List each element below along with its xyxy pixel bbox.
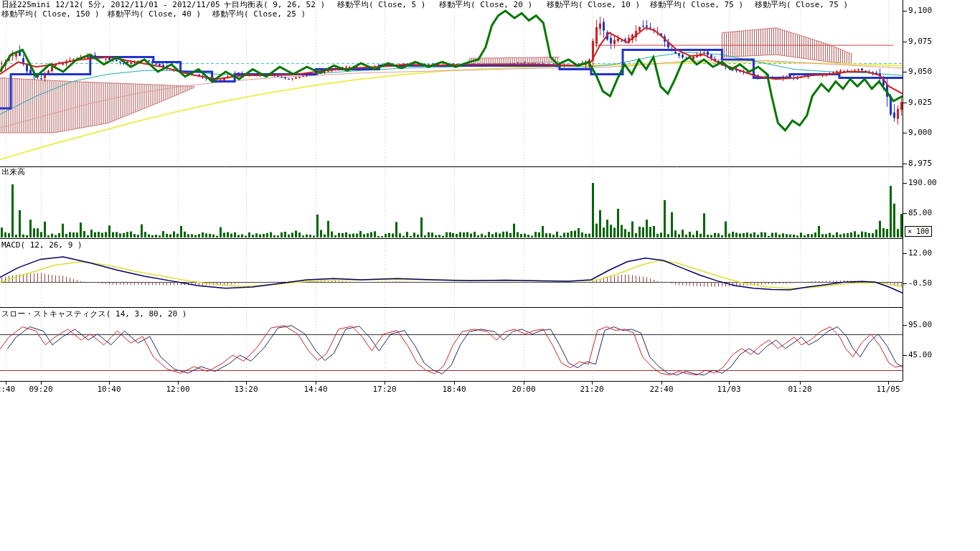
y-axis-label-macd: -0.50 xyxy=(908,279,932,288)
x-axis-label: 17:20 xyxy=(372,385,396,394)
x-axis-label: 09:20 xyxy=(29,385,52,394)
y-axis-label-price: 9,050 xyxy=(908,67,932,76)
header-indicator-label: 日経225mini 12/12( 5分, 2012/11/01 - 2012/1… xyxy=(1,1,230,9)
y-axis-label-volume: 190.00 xyxy=(908,179,937,187)
header-indicator-label: 移動平均( Close, 75 ) xyxy=(650,1,743,9)
y-axis-label-price: 9,075 xyxy=(908,37,932,46)
x-axis-label: 21:20 xyxy=(580,385,603,394)
header-indicator-label: 移動平均( Close, 25 ) xyxy=(212,10,306,19)
x-axis-label: 11/05 xyxy=(876,385,900,394)
x-axis-label: 10:40 xyxy=(97,385,121,394)
chart-app: 日経225mini 12/12( 5分, 2012/11/01 - 2012/1… xyxy=(0,0,980,551)
x-axis-label: 2:40 xyxy=(0,385,15,394)
y-axis-label-price: 9,000 xyxy=(908,128,932,137)
x-axis-label: 22:40 xyxy=(649,385,673,394)
header-indicator-label: 移動平均( Close, 20 ) xyxy=(439,1,532,9)
y-axis-label-stoch: 45.00 xyxy=(908,351,932,359)
price-chart-canvas[interactable] xyxy=(0,0,980,402)
header-indicator-label: 移動平均( Close, 75 ) xyxy=(755,1,848,9)
y-axis-label-volume: 85.00 xyxy=(908,209,932,217)
y-axis-label-macd: 12.00 xyxy=(908,249,932,258)
x-axis-label: 13:20 xyxy=(234,385,258,394)
volume-scale-badge: × 100 xyxy=(905,226,932,237)
header-indicator-label: 一目均衡表( 9, 26, 52 ) xyxy=(224,1,325,9)
x-axis-label: 18:40 xyxy=(442,385,466,394)
y-axis-label-stoch: 95.00 xyxy=(908,321,932,329)
header-indicator-label: 移動平均( Close, 150 ) xyxy=(1,10,100,19)
header-indicator-label: 移動平均( Close, 10 ) xyxy=(547,1,640,9)
x-axis-label: 01:20 xyxy=(788,385,811,394)
y-axis-label-price: 8,975 xyxy=(908,159,932,168)
panel-title-label: 出来高 xyxy=(1,168,25,176)
x-axis-label: 11/03 xyxy=(717,385,740,394)
y-axis-label-price: 9,100 xyxy=(908,6,932,15)
x-axis-label: 12:00 xyxy=(166,385,189,394)
x-axis-label: 20:00 xyxy=(512,385,535,394)
panel-title-label: スロー・ストキャスティクス( 14, 3, 80, 20 ) xyxy=(1,310,187,319)
y-axis-label-price: 9,025 xyxy=(908,98,932,107)
x-axis-label: 14:40 xyxy=(303,385,327,394)
panel-title-label: MACD( 12, 26, 9 ) xyxy=(1,241,83,250)
header-indicator-label: 移動平均( Close, 5 ) xyxy=(337,1,425,9)
header-indicator-label: 移動平均( Close, 40 ) xyxy=(108,10,201,19)
